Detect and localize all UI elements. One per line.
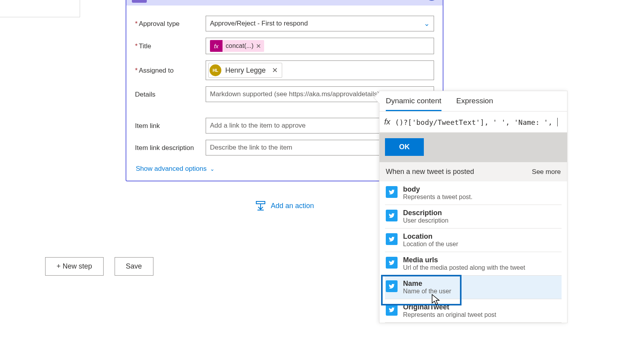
dynamic-item-originaltweet[interactable]: OriginalTweetRepresents an original twee…	[385, 299, 562, 323]
twitter-icon	[386, 233, 398, 245]
remove-token-icon[interactable]: ✕	[256, 42, 261, 50]
collapse-icon[interactable]	[426, 0, 437, 1]
expression-input[interactable]: fx ()?['body/TweetText'], ' ', 'Name: ',	[379, 112, 567, 133]
item-desc: Url of the media posted along with the t…	[403, 264, 525, 271]
tab-dynamic-content[interactable]: Dynamic content	[386, 97, 441, 111]
twitter-icon	[386, 186, 398, 198]
new-step-button[interactable]: + New step	[45, 257, 104, 276]
add-action-icon	[255, 200, 266, 211]
title-input[interactable]: fx concat(...) ✕	[206, 38, 434, 54]
token-text: concat(...)	[226, 42, 254, 49]
item-title: Name	[403, 280, 451, 288]
save-button[interactable]: Save	[115, 257, 153, 276]
item-link-label: Item link	[135, 121, 206, 130]
dynamic-item-name[interactable]: NameName of the user	[385, 276, 562, 299]
add-action-label: Add an action	[271, 202, 314, 210]
item-link-desc-label: Item link description	[135, 143, 206, 152]
assigned-to-input[interactable]: HL Henry Legge ✕	[206, 60, 434, 80]
svg-rect-0	[256, 201, 265, 204]
item-desc: Location of the user	[403, 241, 458, 248]
item-link-placeholder: Add a link to the item to approve	[210, 122, 306, 130]
item-title: Description	[403, 209, 449, 217]
twitter-icon	[386, 280, 398, 292]
ok-button[interactable]: OK	[385, 138, 424, 156]
section-title: When a new tweet is posted	[386, 168, 474, 176]
avatar: HL	[210, 64, 221, 76]
item-title: Location	[403, 232, 458, 241]
item-title: Media urls	[403, 256, 525, 264]
person-token[interactable]: HL Henry Legge ✕	[208, 63, 282, 78]
item-desc: User description	[403, 217, 449, 224]
add-an-action[interactable]: Add an action	[255, 200, 314, 211]
twitter-icon	[386, 210, 398, 221]
item-desc: Represents an original tweet post	[403, 311, 496, 318]
item-desc: Name of the user	[403, 288, 451, 295]
details-label: Details	[135, 90, 206, 99]
dynamic-item-location[interactable]: LocationLocation of the user	[385, 229, 562, 252]
twitter-icon	[386, 304, 398, 316]
fx-icon: fx	[210, 40, 223, 52]
chevron-down-icon: ⌄	[424, 19, 430, 28]
approvals-icon	[132, 0, 147, 3]
assigned-to-label: *Assigned to	[135, 66, 206, 75]
dynamic-content-list: bodyRepresents a tweet post.DescriptionU…	[379, 181, 567, 323]
fx-icon: fx	[384, 117, 390, 126]
dynamic-item-body[interactable]: bodyRepresents a tweet post.	[385, 181, 562, 205]
item-link-desc-placeholder: Describe the link to the item	[210, 144, 292, 152]
expression-text: ()?['body/TweetText'], ' ', 'Name: ',	[395, 118, 559, 126]
twitter-icon	[386, 257, 398, 269]
approval-type-value: Approve/Reject - First to respond	[210, 20, 308, 27]
panel-tabs: Dynamic content Expression	[379, 91, 567, 112]
title-label: *Title	[135, 42, 206, 50]
item-title: body	[403, 185, 473, 194]
approval-type-select[interactable]: Approve/Reject - First to respond ⌄	[206, 16, 434, 31]
dynamic-item-media-urls[interactable]: Media urlsUrl of the media posted along …	[385, 252, 562, 276]
card-header[interactable]	[126, 0, 443, 5]
dynamic-item-description[interactable]: DescriptionUser description	[385, 205, 562, 229]
tab-expression[interactable]: Expression	[456, 97, 493, 111]
approval-type-label: *Approval type	[135, 19, 206, 28]
item-desc: Represents a tweet post.	[403, 194, 473, 201]
person-name: Henry Legge	[225, 66, 266, 75]
trigger-section-header: When a new tweet is posted See more	[379, 162, 567, 181]
item-title: OriginalTweet	[403, 303, 496, 311]
chevron-down-icon: ⌄	[210, 166, 215, 172]
concat-expression-token[interactable]: fx concat(...) ✕	[210, 40, 264, 52]
details-placeholder: Markdown supported (see https://aka.ms/a…	[210, 90, 379, 98]
left-panel-fragment	[0, 0, 80, 17]
see-more-link[interactable]: See more	[532, 168, 561, 176]
remove-person-icon[interactable]: ✕	[270, 66, 278, 75]
expression-panel: Dynamic content Expression fx ()?['body/…	[379, 91, 567, 323]
